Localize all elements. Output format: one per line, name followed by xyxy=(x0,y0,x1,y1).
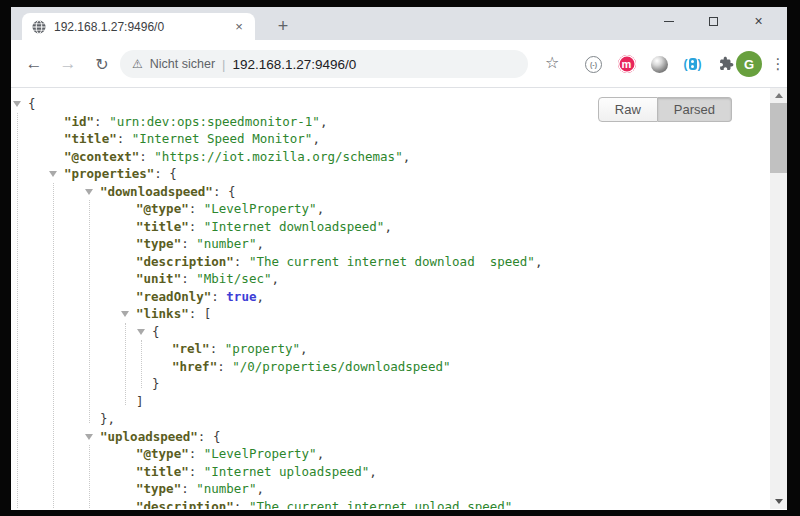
arrow-up-icon xyxy=(775,93,783,98)
reload-button[interactable]: ↻ xyxy=(89,51,115,77)
json-token-s: "The current internet upload speed" xyxy=(249,499,512,510)
bookmark-star-icon[interactable]: ☆ xyxy=(545,53,559,72)
json-line: "title": "Internet uploadspeed", xyxy=(11,463,770,481)
browser-menu-icon[interactable]: ⋮ xyxy=(769,51,787,77)
json-token-p: : xyxy=(189,201,204,216)
json-token-p: , xyxy=(384,219,392,234)
json-token-p: : xyxy=(139,149,154,164)
json-token-k: "downloadspeed" xyxy=(100,184,213,199)
json-token-s: "Internet downloadspeed" xyxy=(204,219,385,234)
json-line: "description": "The current internet dow… xyxy=(11,253,770,271)
json-token-s: "/0/properties/downloadspeed" xyxy=(232,359,450,374)
json-token-k: "links" xyxy=(136,306,189,321)
json-token-p: : xyxy=(181,236,196,251)
scrollbar-thumb[interactable] xyxy=(770,103,787,173)
orb-icon xyxy=(651,56,668,73)
json-line: "unit": "Mbit/sec", xyxy=(11,270,770,288)
json-token-k: "type" xyxy=(136,481,181,496)
globe-favicon-icon xyxy=(32,20,46,34)
json-line: "title": "Internet Speed Monitor", xyxy=(11,130,770,148)
circledash-icon: (-) xyxy=(585,56,602,73)
json-token-k: "title" xyxy=(136,464,189,479)
json-token-k: "@type" xyxy=(136,446,189,461)
extension-blue-button[interactable]: () xyxy=(676,57,709,71)
puzzle-icon xyxy=(718,56,734,72)
json-token-p: { xyxy=(28,96,36,111)
minimize-button[interactable] xyxy=(646,7,691,35)
browser-toolbar: ← → ↻ ⚠ Nicht sicher | 192.168.1.27:9496… xyxy=(11,40,787,88)
raw-button[interactable]: Raw xyxy=(598,97,658,122)
json-line: "description": "The current internet upl… xyxy=(11,498,770,510)
minimize-icon xyxy=(664,21,674,22)
not-secure-warning-icon[interactable]: ⚠ xyxy=(132,57,143,71)
json-token-k: "id" xyxy=(64,114,94,129)
json-token-p: : { xyxy=(213,184,236,199)
json-token-s: "number" xyxy=(196,236,256,251)
address-bar[interactable]: ⚠ Nicht sicher | 192.168.1.27:9496/0 xyxy=(120,50,528,78)
json-token-p: : xyxy=(189,464,204,479)
collapse-triangle-icon[interactable] xyxy=(85,434,93,440)
forward-button[interactable]: → xyxy=(55,51,81,77)
json-token-k: "@context" xyxy=(64,149,139,164)
json-token-k: "uploadspeed" xyxy=(100,429,198,444)
json-token-p: , xyxy=(535,254,543,269)
not-secure-label[interactable]: Nicht sicher xyxy=(150,57,215,71)
json-token-p: { xyxy=(152,324,160,339)
json-token-p: : { xyxy=(154,166,177,181)
scroll-down-button[interactable] xyxy=(770,494,787,509)
url-separator: | xyxy=(222,57,225,72)
json-token-p: : xyxy=(211,289,226,304)
scroll-up-button[interactable] xyxy=(770,88,787,103)
collapse-triangle-icon[interactable] xyxy=(13,101,21,107)
indent-guide-line xyxy=(125,323,126,406)
json-token-k: "properties" xyxy=(64,166,154,181)
json-token-s: "urn:dev:ops:speedmonitor-1" xyxy=(109,114,320,129)
vertical-scrollbar[interactable] xyxy=(770,88,787,509)
json-token-p: }, xyxy=(100,411,115,426)
page-content: {"id": "urn:dev:ops:speedmonitor-1","tit… xyxy=(11,88,787,509)
json-token-s: "The current internet download speed" xyxy=(249,254,535,269)
window-controls: × xyxy=(646,7,781,35)
json-token-k: "title" xyxy=(136,219,189,234)
extension-orb-button[interactable] xyxy=(643,56,676,73)
extensions-row: (-) m () xyxy=(577,49,742,79)
json-line: "@context": "https://iot.mozilla.org/sch… xyxy=(11,148,770,166)
profile-avatar[interactable]: G xyxy=(736,51,762,77)
maximize-button[interactable] xyxy=(691,7,736,35)
json-token-p: , xyxy=(271,271,279,286)
close-icon: × xyxy=(754,14,762,28)
json-line: "@type": "LevelProperty", xyxy=(11,200,770,218)
json-token-p: , xyxy=(369,464,377,479)
json-line: "downloadspeed": { xyxy=(11,183,770,201)
collapse-triangle-icon[interactable] xyxy=(121,311,129,317)
json-token-s: "Mbit/sec" xyxy=(196,271,271,286)
json-token-k: "href" xyxy=(172,359,217,374)
json-token-p: , xyxy=(317,201,325,216)
json-token-p: : [ xyxy=(189,306,212,321)
new-tab-button[interactable]: + xyxy=(269,13,297,40)
collapse-triangle-icon[interactable] xyxy=(49,171,57,177)
url-text[interactable]: 192.168.1.27:9496/0 xyxy=(232,57,356,72)
maximize-icon xyxy=(709,17,718,26)
parsed-button[interactable]: Parsed xyxy=(658,97,732,122)
json-token-p: : xyxy=(234,499,249,510)
browser-tab[interactable]: 192.168.1.27:9496/0 × xyxy=(22,13,255,40)
collapse-triangle-icon[interactable] xyxy=(85,189,93,195)
json-token-s: "https://iot.mozilla.org/schemas" xyxy=(154,149,402,164)
back-button[interactable]: ← xyxy=(21,51,47,77)
json-line: "readOnly": true, xyxy=(11,288,770,306)
json-token-s: "Internet uploadspeed" xyxy=(204,464,370,479)
json-token-p: , xyxy=(300,341,308,356)
json-line: "@type": "LevelProperty", xyxy=(11,445,770,463)
json-line: "properties": { xyxy=(11,165,770,183)
extension-circledash-button[interactable]: (-) xyxy=(577,56,610,73)
extension-m-badge-button[interactable]: m xyxy=(610,55,643,73)
indent-guide-line xyxy=(89,200,90,423)
collapse-triangle-icon[interactable] xyxy=(137,329,145,335)
tab-close-icon[interactable]: × xyxy=(231,19,247,35)
json-token-k: "rel" xyxy=(172,341,210,356)
indent-guide-line xyxy=(53,183,54,510)
json-token-p: : xyxy=(181,481,196,496)
arrow-down-icon xyxy=(775,499,783,504)
close-window-button[interactable]: × xyxy=(736,7,781,35)
